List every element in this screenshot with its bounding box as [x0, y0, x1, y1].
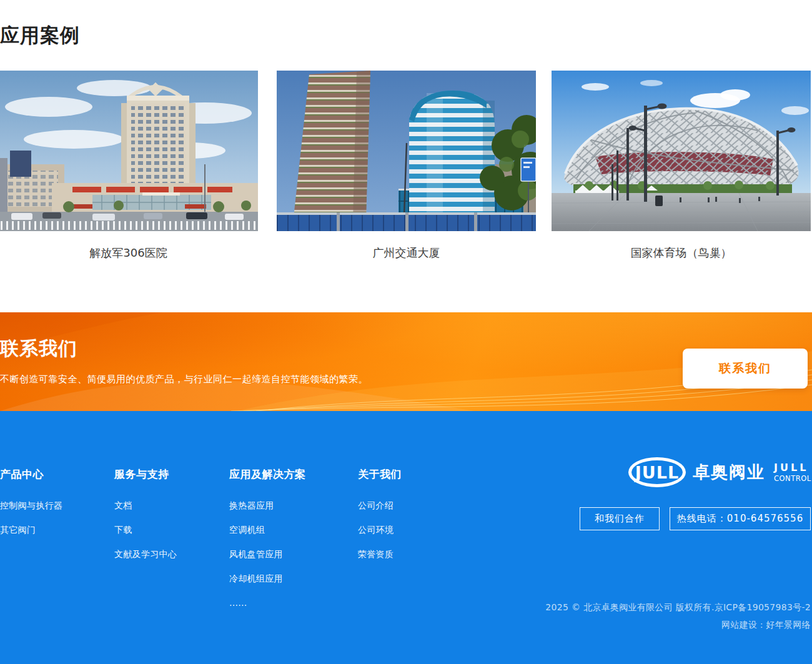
contact-banner-description: 不断创造可靠安全、简便易用的优质产品，与行业同仁一起缔造自控节能领域的繁荣。 — [0, 374, 368, 385]
brand-en-top: JULL — [774, 462, 812, 474]
footer-link-list: 控制阀与执行器其它阀门 — [0, 500, 62, 536]
cooperate-button[interactable]: 和我们合作 — [580, 507, 660, 530]
footer-column-title: 应用及解决方案 — [229, 467, 306, 482]
case-card-birds-nest[interactable]: 国家体育场（鸟巢） — [552, 71, 811, 260]
footer-link[interactable]: 荣誉资质 — [358, 549, 402, 560]
brand-name-english: JULL CONTROL VALVE — [774, 462, 812, 483]
footer-link-list: 文档下载文献及学习中心 — [114, 500, 177, 560]
brand-en-sub: CONTROL VALVE — [774, 474, 812, 483]
office-tower-photo — [277, 71, 536, 231]
footer-link[interactable]: 文献及学习中心 — [114, 549, 177, 560]
footer-column-about: 关于我们 公司介绍公司环境荣誉资质 — [358, 467, 402, 573]
contact-banner: 联系我们 不断创造可靠安全、简便易用的优质产品，与行业同仁一起缔造自控节能领域的… — [0, 312, 812, 411]
footer-column-title: 关于我们 — [358, 467, 402, 482]
birds-nest-stadium-photo — [552, 71, 811, 231]
case-card-traffic-tower[interactable]: 广州交通大厦 — [277, 71, 536, 260]
contact-us-button[interactable]: 联系我们 — [683, 349, 808, 389]
footer-link[interactable]: 冷却机组应用 — [229, 573, 306, 585]
footer: 产品中心 控制阀与执行器其它阀门 服务与支持 文档下载文献及学习中心 应用及解决… — [0, 411, 812, 664]
footer-link[interactable]: 公司介绍 — [358, 500, 402, 512]
footer-link[interactable]: ...... — [229, 598, 306, 608]
footer-link[interactable]: 风机盘管应用 — [229, 549, 306, 560]
footer-column-title: 服务与支持 — [114, 467, 177, 482]
footer-link[interactable]: 换热器应用 — [229, 500, 306, 512]
case-card-hospital[interactable]: 解放军306医院 — [0, 71, 258, 260]
hotline-button[interactable]: 热线电话：010-64576556 — [670, 507, 811, 530]
footer-link[interactable]: 公司环境 — [358, 525, 402, 536]
footer-link[interactable]: 下载 — [114, 525, 177, 536]
footer-column-title: 产品中心 — [0, 467, 62, 482]
site-credit-link[interactable]: 网站建设：好年景网络 — [545, 616, 811, 633]
copyright-text: 2025 © 北京卓奥阀业有限公司 版权所有.京ICP备19057983号-2 — [545, 598, 811, 616]
copyright-block: 2025 © 北京卓奥阀业有限公司 版权所有.京ICP备19057983号-2 … — [545, 598, 811, 633]
jull-logo: JULL 卓奥阀业 JULL CONTROL VALVE — [628, 457, 812, 487]
footer-link[interactable]: 空调机组 — [229, 525, 306, 536]
brand-name-chinese: 卓奥阀业 — [693, 461, 765, 483]
footer-column-support: 服务与支持 文档下载文献及学习中心 — [114, 467, 177, 573]
footer-link-list: 换热器应用空调机组风机盘管应用冷却机组应用...... — [229, 500, 306, 608]
footer-column-products: 产品中心 控制阀与执行器其它阀门 — [0, 467, 62, 549]
footer-link[interactable]: 其它阀门 — [0, 525, 62, 536]
page-title: 应用案例 — [0, 22, 80, 49]
case-caption: 解放军306医院 — [0, 245, 258, 260]
page: 应用案例 — [0, 0, 812, 664]
case-caption: 国家体育场（鸟巢） — [552, 245, 811, 260]
contact-banner-title: 联系我们 — [0, 336, 77, 362]
jull-logo-ellipse-icon: JULL — [628, 457, 686, 487]
hospital-building-photo — [0, 71, 258, 231]
footer-column-solutions: 应用及解决方案 换热器应用空调机组风机盘管应用冷却机组应用...... — [229, 467, 306, 621]
footer-link[interactable]: 文档 — [114, 500, 177, 512]
footer-link[interactable]: 控制阀与执行器 — [0, 500, 62, 512]
case-caption: 广州交通大厦 — [277, 245, 536, 260]
footer-link-list: 公司介绍公司环境荣誉资质 — [358, 500, 402, 560]
